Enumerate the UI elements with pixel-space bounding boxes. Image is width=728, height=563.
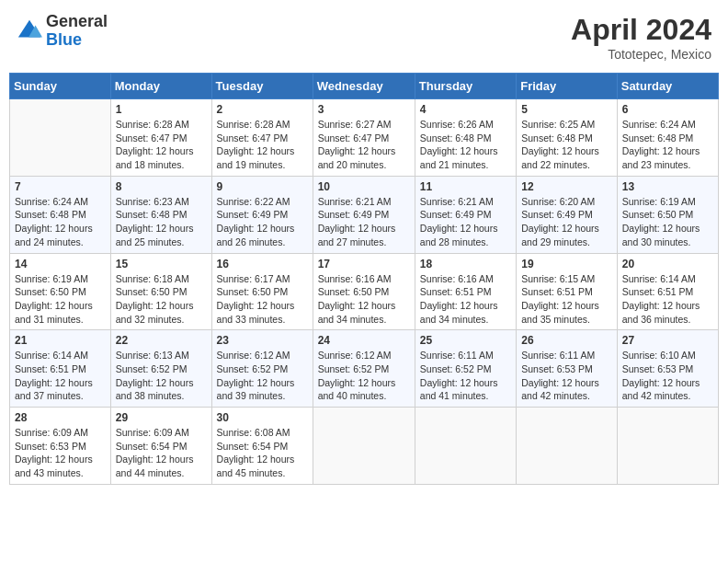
day-number: 29: [116, 411, 207, 424]
calendar-day-cell: 17Sunrise: 6:16 AMSunset: 6:50 PMDayligh…: [313, 253, 415, 330]
day-info: Sunrise: 6:18 AMSunset: 6:50 PMDaylight:…: [116, 272, 207, 327]
calendar-day-cell: 26Sunrise: 6:11 AMSunset: 6:53 PMDayligh…: [517, 330, 618, 408]
calendar-week-row: 7Sunrise: 6:24 AMSunset: 6:48 PMDaylight…: [10, 176, 719, 253]
calendar-day-cell: 9Sunrise: 6:22 AMSunset: 6:49 PMDaylight…: [211, 176, 313, 253]
calendar-day-cell: 3Sunrise: 6:27 AMSunset: 6:47 PMDaylight…: [313, 99, 415, 177]
calendar-day-cell: 22Sunrise: 6:13 AMSunset: 6:52 PMDayligh…: [110, 330, 211, 408]
day-number: 9: [217, 180, 308, 193]
calendar-day-cell: 14Sunrise: 6:19 AMSunset: 6:50 PMDayligh…: [10, 253, 111, 330]
day-number: 16: [217, 258, 308, 270]
day-number: 15: [116, 258, 207, 270]
calendar-day-cell: 2Sunrise: 6:28 AMSunset: 6:47 PMDaylight…: [211, 99, 313, 177]
weekday-header: Thursday: [415, 74, 516, 99]
day-number: 8: [116, 180, 207, 193]
day-info: Sunrise: 6:24 AMSunset: 6:48 PMDaylight:…: [15, 195, 106, 249]
day-info: Sunrise: 6:11 AMSunset: 6:52 PMDaylight:…: [420, 349, 511, 403]
calendar-day-cell: 29Sunrise: 6:09 AMSunset: 6:54 PMDayligh…: [110, 408, 211, 485]
day-info: Sunrise: 6:14 AMSunset: 6:51 PMDaylight:…: [622, 272, 713, 327]
title-block: April 2024 Tototepec, Mexico: [571, 13, 711, 62]
logo-icon: [17, 18, 42, 44]
day-number: 3: [318, 103, 410, 116]
calendar-day-cell: 24Sunrise: 6:12 AMSunset: 6:52 PMDayligh…: [313, 330, 415, 408]
day-info: Sunrise: 6:12 AMSunset: 6:52 PMDaylight:…: [217, 349, 308, 403]
calendar-day-cell: 18Sunrise: 6:16 AMSunset: 6:51 PMDayligh…: [415, 253, 516, 330]
day-number: 7: [15, 180, 106, 193]
logo-general-text: General: [46, 13, 108, 31]
month-title: April 2024: [571, 13, 711, 47]
calendar-week-row: 21Sunrise: 6:14 AMSunset: 6:51 PMDayligh…: [10, 330, 719, 408]
calendar-table: SundayMondayTuesdayWednesdayThursdayFrid…: [9, 73, 719, 485]
calendar-day-cell: [617, 408, 718, 485]
day-number: 25: [420, 334, 511, 347]
calendar-day-cell: [415, 408, 516, 485]
day-info: Sunrise: 6:24 AMSunset: 6:48 PMDaylight:…: [622, 118, 713, 172]
calendar-day-cell: 10Sunrise: 6:21 AMSunset: 6:49 PMDayligh…: [313, 176, 415, 253]
calendar-day-cell: 4Sunrise: 6:26 AMSunset: 6:48 PMDaylight…: [415, 99, 516, 177]
day-number: 2: [217, 103, 308, 116]
weekday-header: Sunday: [10, 74, 111, 99]
calendar-header-row: SundayMondayTuesdayWednesdayThursdayFrid…: [10, 74, 719, 99]
day-info: Sunrise: 6:20 AMSunset: 6:49 PMDaylight:…: [521, 195, 612, 249]
weekday-header: Tuesday: [211, 74, 313, 99]
day-number: 1: [116, 103, 207, 116]
weekday-header: Saturday: [617, 74, 718, 99]
day-info: Sunrise: 6:21 AMSunset: 6:49 PMDaylight:…: [318, 195, 410, 249]
day-number: 13: [622, 180, 713, 193]
calendar-week-row: 14Sunrise: 6:19 AMSunset: 6:50 PMDayligh…: [10, 253, 719, 330]
day-number: 20: [622, 258, 713, 270]
calendar-day-cell: [10, 99, 111, 177]
calendar-day-cell: 6Sunrise: 6:24 AMSunset: 6:48 PMDaylight…: [617, 99, 718, 177]
day-info: Sunrise: 6:16 AMSunset: 6:51 PMDaylight:…: [420, 272, 511, 327]
day-number: 10: [318, 180, 410, 193]
logo-text: General Blue: [46, 13, 108, 50]
day-info: Sunrise: 6:26 AMSunset: 6:48 PMDaylight:…: [420, 118, 511, 172]
calendar-day-cell: 23Sunrise: 6:12 AMSunset: 6:52 PMDayligh…: [211, 330, 313, 408]
day-number: 5: [521, 103, 612, 116]
calendar-day-cell: [517, 408, 618, 485]
day-number: 12: [521, 180, 612, 193]
calendar-day-cell: 28Sunrise: 6:09 AMSunset: 6:53 PMDayligh…: [10, 408, 111, 485]
day-number: 11: [420, 180, 511, 193]
day-info: Sunrise: 6:15 AMSunset: 6:51 PMDaylight:…: [521, 272, 612, 327]
location-title: Tototepec, Mexico: [571, 47, 711, 62]
day-info: Sunrise: 6:13 AMSunset: 6:52 PMDaylight:…: [116, 349, 207, 403]
calendar-day-cell: 21Sunrise: 6:14 AMSunset: 6:51 PMDayligh…: [10, 330, 111, 408]
day-number: 24: [318, 334, 410, 347]
calendar-week-row: 1Sunrise: 6:28 AMSunset: 6:47 PMDaylight…: [10, 99, 719, 177]
weekday-header: Wednesday: [313, 74, 415, 99]
day-number: 14: [15, 258, 106, 270]
day-info: Sunrise: 6:17 AMSunset: 6:50 PMDaylight:…: [217, 272, 308, 327]
calendar-day-cell: 5Sunrise: 6:25 AMSunset: 6:48 PMDaylight…: [517, 99, 618, 177]
calendar-day-cell: 8Sunrise: 6:23 AMSunset: 6:48 PMDaylight…: [110, 176, 211, 253]
calendar-day-cell: 1Sunrise: 6:28 AMSunset: 6:47 PMDaylight…: [110, 99, 211, 177]
day-number: 28: [15, 411, 106, 424]
day-info: Sunrise: 6:23 AMSunset: 6:48 PMDaylight:…: [116, 195, 207, 249]
day-number: 17: [318, 258, 410, 270]
day-number: 19: [521, 258, 612, 270]
day-info: Sunrise: 6:09 AMSunset: 6:53 PMDaylight:…: [15, 426, 106, 480]
day-info: Sunrise: 6:28 AMSunset: 6:47 PMDaylight:…: [217, 118, 308, 172]
day-info: Sunrise: 6:25 AMSunset: 6:48 PMDaylight:…: [521, 118, 612, 172]
day-number: 27: [622, 334, 713, 347]
day-info: Sunrise: 6:12 AMSunset: 6:52 PMDaylight:…: [318, 349, 410, 403]
calendar-day-cell: 13Sunrise: 6:19 AMSunset: 6:50 PMDayligh…: [617, 176, 718, 253]
day-number: 6: [622, 103, 713, 116]
calendar-week-row: 28Sunrise: 6:09 AMSunset: 6:53 PMDayligh…: [10, 408, 719, 485]
calendar-day-cell: 20Sunrise: 6:14 AMSunset: 6:51 PMDayligh…: [617, 253, 718, 330]
day-info: Sunrise: 6:28 AMSunset: 6:47 PMDaylight:…: [116, 118, 207, 172]
day-number: 4: [420, 103, 511, 116]
day-info: Sunrise: 6:19 AMSunset: 6:50 PMDaylight:…: [15, 272, 106, 327]
day-number: 22: [116, 334, 207, 347]
day-info: Sunrise: 6:11 AMSunset: 6:53 PMDaylight:…: [521, 349, 612, 403]
weekday-header: Monday: [110, 74, 211, 99]
day-number: 30: [217, 411, 308, 424]
page-header: General Blue April 2024 Tototepec, Mexic…: [9, 9, 719, 65]
day-info: Sunrise: 6:08 AMSunset: 6:54 PMDaylight:…: [217, 426, 308, 480]
calendar-day-cell: 30Sunrise: 6:08 AMSunset: 6:54 PMDayligh…: [211, 408, 313, 485]
weekday-header: Friday: [517, 74, 618, 99]
calendar-day-cell: 27Sunrise: 6:10 AMSunset: 6:53 PMDayligh…: [617, 330, 718, 408]
day-info: Sunrise: 6:16 AMSunset: 6:50 PMDaylight:…: [318, 272, 410, 327]
day-info: Sunrise: 6:14 AMSunset: 6:51 PMDaylight:…: [15, 349, 106, 403]
day-number: 23: [217, 334, 308, 347]
day-info: Sunrise: 6:21 AMSunset: 6:49 PMDaylight:…: [420, 195, 511, 249]
